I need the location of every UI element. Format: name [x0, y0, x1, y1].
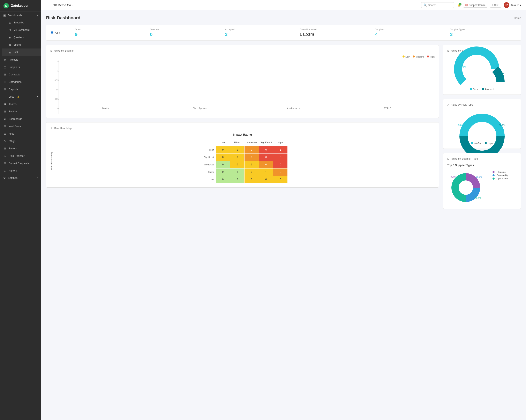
svg-point-4 — [459, 180, 473, 195]
files-icon: ⊟ — [3, 132, 7, 135]
menu-toggle-icon[interactable]: ☰ — [46, 3, 49, 7]
sidebar-item-history[interactable]: ◷ History — [0, 167, 41, 174]
sidebar-item-label: Settings — [8, 176, 18, 179]
user-filter-icon: 👤 — [50, 31, 54, 34]
notifications-bell[interactable]: 🔔 1 — [457, 3, 461, 7]
legend-low: Low — [403, 55, 409, 58]
sidebar-item-projects[interactable]: ◈ Projects — [0, 56, 41, 63]
svg-point-3 — [470, 124, 494, 149]
quarterly-icon: ◉ — [8, 36, 11, 39]
app-name: Gatekeeper — [11, 4, 29, 8]
heatmap-icon: ☀ — [50, 127, 53, 130]
suppliers-icon: ◫ — [3, 65, 7, 69]
sidebar-item-label: Files — [9, 132, 14, 135]
breadcrumb-home[interactable]: Home — [514, 16, 521, 20]
search-input[interactable]: 🔍 Search — [421, 2, 454, 8]
status-accepted-arc — [495, 69, 501, 82]
risks-by-supplier-type-title: ⊟ Risks by Supplier Type — [447, 157, 517, 160]
risks-by-supplier-card: ⊟ Risks by Supplier Low Medium High 1.25… — [46, 45, 439, 118]
sidebar-item-files[interactable]: ⊟ Files — [0, 130, 41, 137]
page-content: Risk Dashboard Home 👤 All › Open 9 Overd… — [41, 10, 526, 420]
company-name[interactable]: GK Demo Co › — [53, 3, 72, 7]
sidebar-item-risk[interactable]: △ Risk — [2, 49, 41, 56]
sidebar-item-less[interactable]: ··· Less 🔒 ▾ — [0, 93, 41, 100]
sidebar-item-executive[interactable]: ◎ Executive — [2, 19, 41, 26]
sidebar-item-events[interactable]: ⊟ Events — [0, 145, 41, 152]
sidebar-logo[interactable]: G Gatekeeper — [0, 0, 41, 12]
risk-heat-map-card: ☀ Risk Heat Map Impact Rating Probabilit… — [46, 122, 439, 188]
support-centre-button[interactable]: ⏰ Support Centre — [463, 3, 487, 8]
sidebar-item-label: Less — [9, 95, 14, 98]
sidebar-item-label: History — [9, 169, 17, 172]
chevron-down-icon: ▾ — [37, 14, 38, 16]
sidebar-item-label: Events — [9, 147, 17, 150]
sidebar-item-scorecards[interactable]: ★ Scorecards — [0, 115, 41, 123]
sidebar-item-quarterly[interactable]: ◉ Quarterly — [2, 34, 41, 41]
type-donut-legend: InfoSec Legal — [471, 142, 493, 144]
entities-icon: ⊟ — [3, 110, 7, 113]
chevron-down-icon: ▾ — [520, 4, 521, 7]
type-infosec-pct-label: 50.0% — [458, 124, 465, 126]
sidebar-item-dashboards[interactable]: ▣ Dashboards ▾ — [0, 12, 41, 19]
sidebar-item-workflows[interactable]: ⊞ Workflows — [0, 123, 41, 130]
card-icon: ⊟ — [50, 49, 53, 52]
summary-filter[interactable]: 👤 All › — [46, 25, 71, 41]
avatar: KP — [504, 2, 509, 8]
supplier-type-pie-wrap: 25.0% 25.0% 50.0% — [447, 169, 484, 205]
summary-overdue: Overdue 0 — [146, 25, 221, 41]
sidebar-item-label: Dashboards — [8, 14, 22, 17]
strategic-pct: 25.0% — [451, 176, 456, 178]
reports-icon: ⊟ — [3, 88, 7, 91]
sidebar-item-suppliers[interactable]: ◫ Suppliers — [0, 63, 41, 71]
currency-icon: ≡ — [492, 4, 493, 7]
sidebar-item-risk-register[interactable]: △ Risk Register — [0, 152, 41, 159]
supplier-type-subtitle: Top 3 Supplier Types — [447, 164, 517, 167]
legend-open: Open — [470, 88, 478, 90]
summary-spend: Spend Impacted £1.51m — [296, 25, 371, 41]
heatmap-table: Low Minor Moderate Significant High — [201, 139, 288, 183]
sidebar-item-teams[interactable]: ◉ Teams — [0, 100, 41, 108]
risks-by-supplier-title: ⊟ Risks by Supplier — [50, 49, 435, 52]
risks-by-type-title: △ Risks by Risk Type — [447, 103, 517, 106]
sidebar-item-submit-requests[interactable]: ⊟ Submit Requests — [0, 159, 41, 167]
notification-badge: 1 — [459, 3, 462, 6]
bar-chart-legend: Low Medium High — [50, 55, 435, 58]
sidebar-item-settings[interactable]: ⚙ Settings › — [0, 174, 41, 181]
lock-icon: 🔒 — [17, 96, 20, 98]
sidebar-item-esign[interactable]: ✎ eSign — [0, 137, 41, 145]
sidebar-item-my-dashboard[interactable]: ⊟ My Dashboard — [2, 26, 41, 34]
chevron-right-icon: › — [37, 177, 38, 179]
summary-accepted: Accepted 3 — [221, 25, 296, 41]
sidebar-item-label: Suppliers — [9, 66, 20, 69]
risks-by-supplier-type-card: ⊟ Risks by Supplier Type Top 3 Supplier … — [443, 153, 521, 209]
currency-selector[interactable]: ≡ GBP — [490, 3, 501, 8]
supplier-type-card-icon: ⊟ — [447, 157, 450, 160]
contracts-icon: ⊟ — [3, 73, 7, 76]
categories-icon: ⊞ — [3, 80, 7, 83]
page-header: Risk Dashboard Home — [46, 15, 521, 20]
chevron-down-icon: ▾ — [37, 96, 38, 98]
status-open-pct-label: 75.0% — [460, 66, 466, 68]
bar-axa: Axa Insurance — [251, 106, 337, 110]
sidebar-item-categories[interactable]: ⊞ Categories — [0, 78, 41, 85]
sidebar-item-label: Quarterly — [14, 36, 24, 39]
sidebar-item-contracts[interactable]: ⊟ Contracts — [0, 71, 41, 78]
search-icon: 🔍 — [424, 3, 427, 7]
dashboards-icon: ▣ — [3, 14, 6, 17]
topbar-actions: 🔔 1 ⏰ Support Centre ≡ GBP KP Karol P ▾ — [457, 2, 521, 8]
workflows-icon: ⊞ — [3, 124, 7, 128]
user-menu[interactable]: KP Karol P ▾ — [504, 2, 521, 8]
legend-accepted: Accepted — [482, 88, 494, 90]
sidebar-item-reports[interactable]: ⊟ Reports — [0, 85, 41, 93]
sidebar-item-spend[interactable]: ⊠ Spend — [2, 41, 41, 49]
topbar: ☰ GK Demo Co › 🔍 Search 🔔 1 ⏰ Support Ce… — [41, 0, 526, 10]
heatmap-row-high: High 0 0 0 0 1 — [201, 146, 288, 154]
sidebar-item-label: Submit Requests — [9, 162, 29, 165]
sidebar-item-label: Entities — [9, 110, 18, 113]
esign-icon: ✎ — [3, 139, 7, 143]
sidebar-item-entities[interactable]: ⊟ Entities — [0, 108, 41, 115]
heatmap-row-significant: Significant 0 0 0 0 0 — [201, 154, 288, 161]
status-donut-svg: 75.0% 25.0% — [457, 55, 507, 86]
type-donut-svg: 50.0% 50.0% — [457, 110, 507, 140]
sidebar-item-label: Scorecards — [9, 117, 22, 120]
